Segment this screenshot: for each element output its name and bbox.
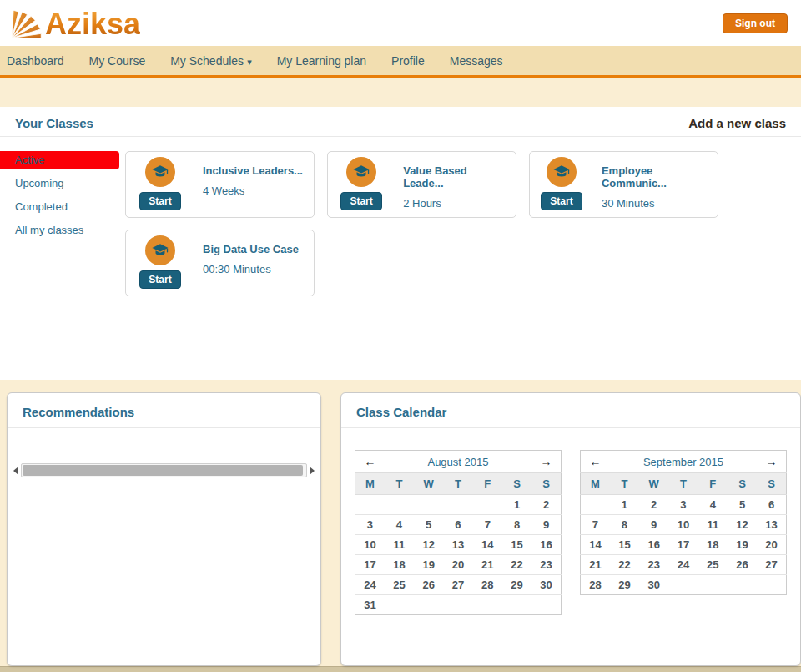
calendar-day[interactable]: 21 xyxy=(473,555,502,575)
calendar-day[interactable]: 14 xyxy=(581,535,610,555)
calendar-day[interactable]: 3 xyxy=(355,515,385,535)
calendar-day[interactable]: 12 xyxy=(728,515,757,535)
calendar-day[interactable]: 16 xyxy=(639,535,668,555)
class-duration: 2 Hours xyxy=(403,197,507,210)
calendar-prev-icon[interactable]: ← xyxy=(581,451,610,473)
calendar-day[interactable]: 28 xyxy=(473,575,502,595)
calendar-day[interactable]: 20 xyxy=(443,555,472,575)
calendar-day[interactable]: 31 xyxy=(355,595,385,615)
calendar-day[interactable]: 1 xyxy=(502,495,531,515)
nav-item-messages[interactable]: Messages xyxy=(437,54,516,68)
start-button[interactable]: Start xyxy=(340,192,381,210)
add-new-class-link[interactable]: Add a new class xyxy=(688,116,786,130)
filter-all-my-classes[interactable]: All my classes xyxy=(0,220,125,240)
scroll-right-icon[interactable] xyxy=(307,463,317,477)
calendar-day[interactable]: 15 xyxy=(502,535,531,555)
calendar-day xyxy=(355,495,385,515)
calendar-day[interactable]: 7 xyxy=(473,515,502,535)
start-button[interactable]: Start xyxy=(541,192,582,210)
weekday-label: F xyxy=(698,473,728,495)
calendar-day[interactable]: 27 xyxy=(757,555,786,575)
class-title[interactable]: Big Data Use Case xyxy=(203,243,299,255)
calendar-day[interactable]: 13 xyxy=(757,515,786,535)
aziksa-logo[interactable]: Aziksa xyxy=(7,6,140,41)
calendar-day[interactable]: 24 xyxy=(355,575,385,595)
calendar-day[interactable]: 11 xyxy=(698,515,728,535)
calendar-day[interactable]: 1 xyxy=(610,495,639,515)
calendar-day[interactable]: 28 xyxy=(581,575,610,595)
nav-item-my-course[interactable]: My Course xyxy=(77,54,159,68)
calendar-day xyxy=(531,595,561,615)
calendar-day[interactable]: 23 xyxy=(531,555,561,575)
calendar-day[interactable]: 10 xyxy=(668,515,698,535)
calendar-day[interactable]: 30 xyxy=(639,575,668,595)
nav-item-dashboard[interactable]: Dashboard xyxy=(7,54,77,68)
scroll-left-icon[interactable] xyxy=(11,463,21,477)
calendar-day[interactable]: 12 xyxy=(414,535,443,555)
calendar-day xyxy=(581,495,610,515)
calendar-day[interactable]: 15 xyxy=(610,535,639,555)
calendar-day[interactable]: 5 xyxy=(414,515,443,535)
class-title[interactable]: Value Based Leade... xyxy=(403,164,507,189)
class-title[interactable]: Inclusive Leaders... xyxy=(203,164,303,177)
scrollbar-thumb[interactable] xyxy=(23,465,303,476)
start-button[interactable]: Start xyxy=(139,270,180,289)
calendar-day[interactable]: 4 xyxy=(385,515,414,535)
calendar-day[interactable]: 30 xyxy=(531,575,561,595)
calendar-day[interactable]: 9 xyxy=(531,515,561,535)
calendar-day[interactable]: 18 xyxy=(698,535,728,555)
calendar-day[interactable]: 2 xyxy=(531,495,561,515)
calendar-day[interactable]: 10 xyxy=(355,535,385,555)
calendar-day[interactable]: 21 xyxy=(581,555,610,575)
calendar-day[interactable]: 17 xyxy=(355,555,385,575)
filter-completed[interactable]: Completed xyxy=(0,197,125,216)
calendar-day[interactable]: 20 xyxy=(757,535,786,555)
calendar-day[interactable]: 29 xyxy=(610,575,639,595)
nav-item-my-learning-plan[interactable]: My Learning plan xyxy=(264,54,379,68)
your-classes-title: Your Classes xyxy=(15,116,93,130)
calendar-day[interactable]: 8 xyxy=(610,515,639,535)
calendar-day[interactable]: 6 xyxy=(757,495,786,515)
calendars-container: ←August 2015→MTWTFSS12345678910111213141… xyxy=(355,450,787,615)
calendar-day[interactable]: 17 xyxy=(668,535,698,555)
filter-active[interactable]: Active xyxy=(0,151,119,169)
nav-item-my-schedules[interactable]: My Schedules▾ xyxy=(158,54,264,68)
calendar-day xyxy=(414,495,443,515)
calendar-next-icon[interactable]: → xyxy=(757,451,786,473)
calendar-day[interactable]: 3 xyxy=(668,495,698,515)
filter-upcoming[interactable]: Upcoming xyxy=(0,174,125,193)
calendar-day[interactable]: 29 xyxy=(502,575,531,595)
calendar-next-icon[interactable]: → xyxy=(531,451,561,473)
calendar-day[interactable]: 26 xyxy=(414,575,443,595)
calendar-day[interactable]: 4 xyxy=(698,495,728,515)
calendar-day[interactable]: 8 xyxy=(502,515,531,535)
calendar-day xyxy=(414,595,443,615)
calendar-day[interactable]: 14 xyxy=(473,535,502,555)
class-title[interactable]: Employee Communic... xyxy=(602,164,709,189)
calendar-day[interactable]: 25 xyxy=(698,555,728,575)
calendar-day[interactable]: 2 xyxy=(639,495,668,515)
calendar-day[interactable]: 13 xyxy=(443,535,472,555)
calendar-day[interactable]: 22 xyxy=(610,555,639,575)
calendar-day[interactable]: 18 xyxy=(385,555,414,575)
calendar-day[interactable]: 25 xyxy=(385,575,414,595)
calendar-day[interactable]: 24 xyxy=(668,555,698,575)
calendar-day[interactable]: 6 xyxy=(443,515,472,535)
calendar-day[interactable]: 27 xyxy=(443,575,472,595)
graduation-cap-badge xyxy=(346,157,376,187)
calendar-day[interactable]: 23 xyxy=(639,555,668,575)
calendar-day[interactable]: 22 xyxy=(502,555,531,575)
nav-item-profile[interactable]: Profile xyxy=(379,54,437,68)
calendar-day[interactable]: 26 xyxy=(728,555,757,575)
scrollbar-track[interactable] xyxy=(21,463,307,477)
calendar-day[interactable]: 19 xyxy=(728,535,757,555)
calendar-day[interactable]: 5 xyxy=(728,495,757,515)
calendar-day[interactable]: 16 xyxy=(531,535,561,555)
calendar-prev-icon[interactable]: ← xyxy=(355,451,385,473)
calendar-day[interactable]: 11 xyxy=(385,535,414,555)
calendar-day[interactable]: 19 xyxy=(414,555,443,575)
calendar-day[interactable]: 7 xyxy=(581,515,610,535)
sign-out-button[interactable]: Sign out xyxy=(723,13,788,33)
start-button[interactable]: Start xyxy=(139,192,180,210)
calendar-day[interactable]: 9 xyxy=(639,515,668,535)
